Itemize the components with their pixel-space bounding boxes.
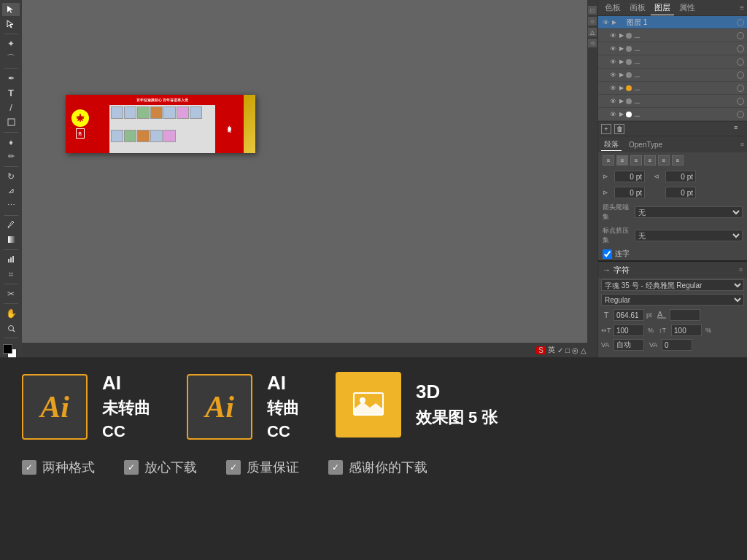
layer-circle-4[interactable]	[737, 71, 744, 79]
lasso-tool[interactable]: ⌒	[2, 52, 20, 65]
product-title-3: 3D	[416, 381, 498, 403]
layer-row-1[interactable]: 👁 ▶ ...	[598, 29, 747, 42]
layer-eye-2[interactable]: 👁	[608, 44, 617, 53]
tab-layers[interactable]: 图层	[651, 1, 674, 15]
indent-right-input[interactable]: 0 pt	[665, 171, 696, 182]
stroke-color-swatch[interactable]	[3, 344, 12, 354]
layer-circle-3[interactable]	[737, 58, 744, 66]
align-justify-btn[interactable]: ≡	[644, 155, 656, 166]
layer-arrow[interactable]: ▶	[612, 19, 616, 26]
magic-wand-tool[interactable]: ✦	[2, 37, 20, 50]
layer-arrow-6[interactable]: ▶	[619, 98, 624, 104]
h-scale-input[interactable]	[614, 324, 644, 336]
layer-options-btn[interactable]: ≡	[734, 124, 744, 134]
direct-selection-tool[interactable]	[2, 18, 20, 31]
layer-row-main[interactable]: 👁 ▶ 图层 1	[598, 16, 747, 29]
warp-tool[interactable]: ⋯	[2, 199, 20, 212]
char-panel-title: →	[603, 265, 611, 274]
indent-first-input[interactable]: 0 pt	[614, 187, 645, 198]
layer-visibility-eye[interactable]: 👁	[601, 18, 610, 27]
tab-character[interactable]: 字符	[614, 265, 630, 276]
tab-color[interactable]: 色板	[601, 1, 624, 15]
layer-eye-5[interactable]: 👁	[608, 84, 617, 93]
layer-eye-4[interactable]: 👁	[608, 71, 617, 79]
product-title-1: AI	[102, 372, 150, 394]
layer-circle-5[interactable]	[737, 85, 744, 92]
layer-arrow-5[interactable]: ▶	[619, 85, 624, 91]
pencil-tool[interactable]: ✏	[2, 150, 20, 163]
layer-circle-2[interactable]	[737, 45, 744, 52]
zoom-tool-btn[interactable]	[2, 322, 20, 335]
image-icon-3d	[336, 372, 401, 438]
layer-circle-7[interactable]	[737, 111, 744, 118]
layer-arrow-1[interactable]: ▶	[619, 32, 624, 39]
strip-btn-1[interactable]: □	[588, 6, 597, 15]
layer-target-circle[interactable]	[737, 19, 744, 26]
layer-row-6[interactable]: 👁 ▶ ...	[598, 95, 747, 108]
font-size-input[interactable]	[614, 309, 644, 321]
strip-btn-3[interactable]: △	[588, 28, 597, 36]
layer-eye-6[interactable]: 👁	[608, 97, 617, 106]
feature-quality-text: 质量保证	[247, 459, 299, 476]
scissors-tool[interactable]: ✂	[2, 287, 20, 300]
align-center-btn[interactable]: ≡	[616, 155, 628, 166]
layer-circle-1[interactable]	[737, 32, 744, 39]
layer-make-sublayer-btn[interactable]: +	[601, 124, 611, 134]
layer-arrow-3[interactable]: ▶	[619, 58, 624, 65]
layer-row-5[interactable]: 👁 ▶ ...	[598, 82, 747, 95]
align-right-btn[interactable]: ≡	[630, 155, 642, 166]
tracking-input[interactable]	[614, 339, 644, 351]
indent-left-input[interactable]: 0 pt	[614, 171, 645, 182]
leading-input[interactable]	[670, 309, 700, 321]
indent-row-2: ⊳ 0 pt 0 pt	[598, 184, 747, 201]
pen-tool[interactable]: ✒	[2, 71, 20, 85]
chart-tool[interactable]	[2, 253, 20, 266]
layer-arrow-7[interactable]: ▶	[619, 111, 624, 117]
font-style-select[interactable]: Regular	[601, 294, 744, 306]
layer-circle-6[interactable]	[737, 98, 744, 105]
image-icon-svg	[351, 387, 386, 422]
scale-tool[interactable]	[2, 184, 20, 198]
v-scale-input[interactable]	[671, 324, 702, 336]
layer-row-4[interactable]: 👁 ▶ ...	[598, 69, 747, 82]
strip-btn-4[interactable]: ☆	[588, 39, 597, 47]
font-size-unit: pt	[646, 311, 652, 319]
layer-arrow-4[interactable]: ▶	[619, 71, 624, 78]
align-justify-all-btn[interactable]: ≡	[672, 155, 684, 166]
arrow-tail-select[interactable]: 无	[635, 206, 743, 218]
gradient-tool[interactable]	[2, 233, 20, 246]
layer-eye-1[interactable]: 👁	[608, 31, 617, 40]
stroke-panel-options[interactable]: ≡	[740, 141, 744, 148]
kerning-input[interactable]	[662, 339, 692, 351]
tab-paragraph[interactable]: 段落	[601, 139, 622, 151]
tab-opentype[interactable]: OpenType	[626, 140, 665, 149]
eyedropper-tool[interactable]	[2, 219, 20, 232]
hand-tool[interactable]: ✋	[2, 307, 20, 320]
selection-tool[interactable]	[2, 3, 20, 16]
tab-properties[interactable]: 属性	[676, 1, 699, 15]
ligature-checkbox[interactable]	[603, 249, 612, 259]
tab-artboard[interactable]: 画板	[626, 1, 649, 15]
punctuation-select[interactable]: 无	[635, 230, 743, 241]
rotate-tool[interactable]: ↻	[2, 170, 20, 183]
layer-row-3[interactable]: 👁 ▶ ...	[598, 55, 747, 69]
panel-collapse-btn[interactable]: ≡	[740, 4, 744, 12]
layer-delete-btn[interactable]: 🗑	[614, 124, 624, 134]
layer-eye-7[interactable]: 👁	[608, 110, 617, 119]
line-tool[interactable]: /	[2, 101, 20, 114]
align-justify-last-btn[interactable]: ≡	[658, 155, 670, 166]
strip-btn-2[interactable]: ○	[588, 17, 597, 26]
indent-spacing-input[interactable]: 0 pt	[665, 187, 696, 198]
type-tool[interactable]: T	[2, 86, 20, 99]
shape-tool[interactable]	[2, 116, 20, 129]
paintbrush-tool[interactable]: ♦	[2, 135, 20, 148]
align-left-btn[interactable]: ≡	[603, 155, 614, 166]
arrow-dropdown-row: 箭头尾端集 无	[598, 201, 747, 224]
layer-arrow-2[interactable]: ▶	[619, 45, 624, 52]
layer-row-7[interactable]: 👁 ▶ ...	[598, 108, 747, 121]
font-family-select[interactable]: 字魂 35 号 - 经典雅黑 Regular	[601, 279, 744, 291]
slice-tool[interactable]: ⌗	[2, 268, 20, 281]
char-panel-options[interactable]: ≡	[739, 266, 743, 273]
layer-row-2[interactable]: 👁 ▶ ...	[598, 42, 747, 55]
layer-eye-3[interactable]: 👁	[608, 58, 617, 66]
